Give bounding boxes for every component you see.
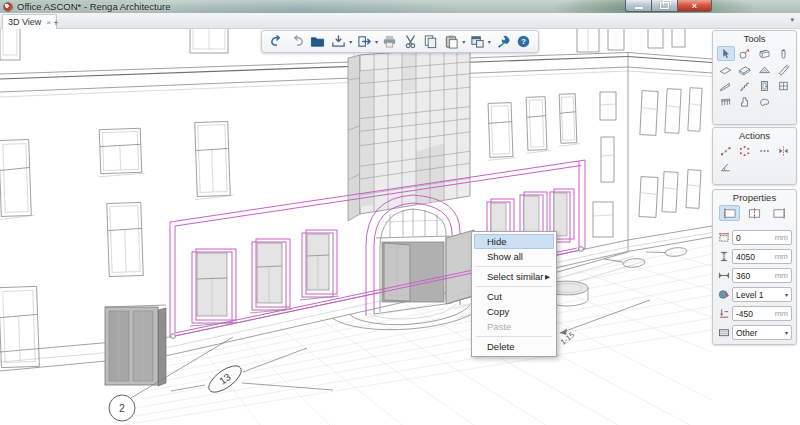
properties-panel-title: Properties: [713, 190, 796, 204]
menu-item-hide[interactable]: Hide: [474, 234, 554, 249]
tools-panel: Tools: [712, 30, 797, 125]
angle-action[interactable]: [717, 159, 735, 174]
window-controls: ×: [625, 0, 712, 12]
menu-separator: [476, 266, 552, 267]
windows-dropdown-icon[interactable]: ▾: [488, 38, 491, 45]
restore-button[interactable]: [651, 0, 677, 12]
paste-dropdown-icon[interactable]: ▾: [462, 38, 465, 45]
new-tab-button[interactable]: +: [48, 16, 64, 29]
placement-inside-toggle[interactable]: [769, 205, 790, 221]
close-button[interactable]: ×: [677, 0, 712, 12]
offset-field[interactable]: 0 mm: [732, 230, 792, 245]
placement-outside-toggle[interactable]: [719, 205, 740, 221]
thickness-field[interactable]: 360 mm: [732, 268, 792, 283]
measure-tool[interactable]: [736, 46, 754, 61]
level-dropdown-icon: ▾: [785, 291, 788, 298]
door-tool[interactable]: [755, 78, 773, 93]
export-dropdown-icon[interactable]: ▾: [375, 38, 378, 45]
copy-button[interactable]: [422, 33, 440, 51]
help-button[interactable]: ?: [514, 33, 532, 51]
style-select[interactable]: Other ▾: [732, 325, 792, 340]
menu-item-paste: Paste: [474, 319, 554, 334]
menu-item-show-all[interactable]: Show all: [474, 249, 554, 264]
window-tool[interactable]: [774, 78, 792, 93]
selection-grip: [171, 334, 176, 339]
export-button[interactable]: [355, 33, 373, 51]
main-toolbar: ▾ ▾ ▾ ▾ ?: [261, 30, 539, 53]
open-project-button[interactable]: [309, 33, 327, 51]
building-facade[interactable]: 2 13 1-15: [0, 28, 712, 421]
3d-viewport[interactable]: 2 13 1-15: [0, 28, 800, 425]
submenu-arrow-icon: ▶: [545, 269, 550, 284]
base-offset-field[interactable]: -450 mm: [732, 306, 792, 321]
height-field[interactable]: 4050 mm: [732, 249, 792, 264]
placement-center-toggle[interactable]: [744, 205, 765, 221]
style-dropdown-icon: ▾: [785, 329, 788, 336]
undo-button[interactable]: [268, 33, 286, 51]
edit-nodes-action[interactable]: [717, 143, 735, 158]
svg-text:?: ?: [521, 37, 526, 46]
base-offset-icon: [717, 308, 730, 319]
actions-panel: Actions: [712, 127, 797, 185]
thickness-icon: [717, 270, 730, 281]
level-select[interactable]: Level 1 ▾: [732, 287, 792, 302]
plumbing-tool[interactable]: [736, 94, 754, 109]
roof-tool[interactable]: [755, 62, 773, 77]
menu-separator: [476, 336, 552, 337]
mirror-action[interactable]: [774, 143, 792, 158]
print-button[interactable]: [381, 33, 399, 51]
close-icon: ×: [692, 1, 697, 11]
wall-tool[interactable]: [755, 46, 773, 61]
menu-item-delete[interactable]: Delete: [474, 339, 554, 354]
selected-window: [190, 249, 238, 326]
save-button[interactable]: [330, 33, 348, 51]
redo-button[interactable]: [289, 33, 307, 51]
selection-grip: [579, 247, 584, 252]
room-tool[interactable]: [755, 94, 773, 109]
paste-button[interactable]: [443, 33, 461, 51]
menu-separator: [476, 286, 552, 287]
menu-item-copy[interactable]: Copy: [474, 304, 554, 319]
windows-ground: [0, 202, 166, 386]
tab-label: 3D View: [8, 17, 41, 27]
context-menu: Hide Show all Select similar ▶ Cut Copy …: [471, 231, 557, 357]
selected-window: [300, 230, 339, 300]
curtain-wall[interactable]: [348, 39, 474, 222]
service-door: [105, 305, 166, 386]
minimize-icon: [635, 7, 643, 9]
actions-panel-title: Actions: [713, 128, 796, 142]
tools-panel-title: Tools: [713, 31, 796, 45]
properties-panel: Properties 0 mm 4050 mm: [712, 189, 797, 345]
floor-tool[interactable]: [717, 62, 735, 77]
windows-layout-button[interactable]: [468, 33, 486, 51]
axis-bubble-2: 2: [119, 402, 125, 414]
more-actions[interactable]: [755, 143, 773, 158]
menu-item-select-similar[interactable]: Select similar ▶: [474, 269, 554, 284]
height-icon: [717, 251, 730, 262]
slab-tool[interactable]: [736, 62, 754, 77]
cut-button[interactable]: [402, 33, 420, 51]
style-icon: [717, 327, 730, 338]
column-tool[interactable]: [774, 46, 792, 61]
minimize-button[interactable]: [625, 0, 651, 12]
select-tool[interactable]: [717, 46, 735, 61]
level-icon: [717, 289, 730, 300]
restore-icon: [660, 2, 669, 9]
ramp-tool[interactable]: [717, 78, 735, 93]
menu-item-cut[interactable]: Cut: [474, 289, 554, 304]
tab-bar: 3D View × + ▾: [0, 13, 800, 29]
array-action[interactable]: [736, 143, 754, 158]
stair-tool[interactable]: [736, 78, 754, 93]
save-dropdown-icon[interactable]: ▾: [349, 38, 352, 45]
windows-side: [639, 88, 702, 218]
settings-wrench-button[interactable]: [494, 33, 512, 51]
app-icon: [3, 2, 13, 12]
selected-window: [250, 239, 292, 313]
tab-overflow-chevron-icon[interactable]: ▾: [790, 16, 794, 24]
beam-tool[interactable]: [774, 62, 792, 77]
offset-icon: [717, 232, 730, 243]
railing-tool[interactable]: [717, 94, 735, 109]
window-title: Office ASCON* - Renga Architecture: [17, 1, 170, 12]
